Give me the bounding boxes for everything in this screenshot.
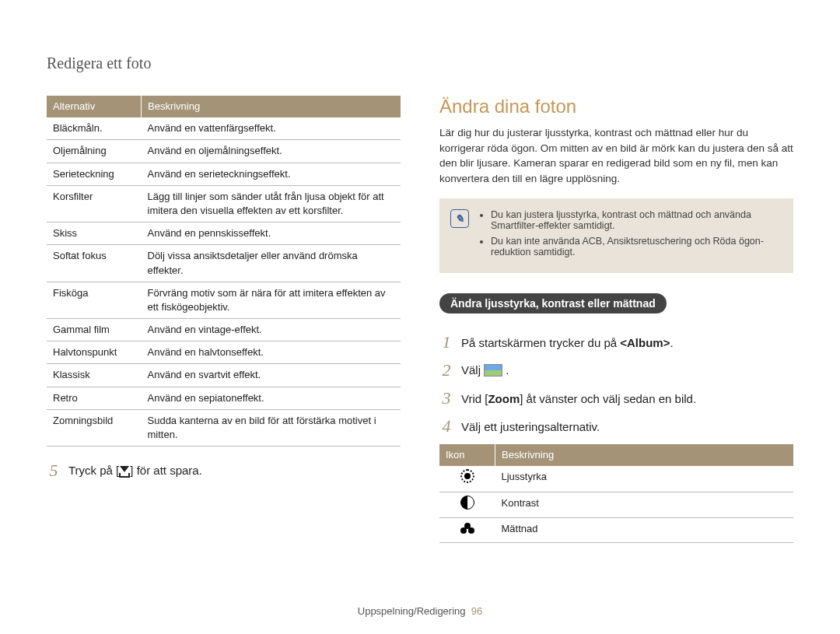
t: Vrid [ (461, 392, 488, 405)
table-row: SerieteckningAnvänd en serieteckningseff… (47, 163, 401, 185)
table-row: Gammal filmAnvänd en vintage-effekt. (47, 319, 401, 342)
step-text: Välj . (461, 363, 509, 377)
desc-cell: Kontrast (495, 492, 794, 517)
step-number: 2 (439, 360, 453, 380)
table-row: RetroAnvänd en sepiatoneffekt. (47, 387, 401, 409)
cell-beskrivning: Lägg till linjer som sänder utåt från lj… (142, 185, 401, 222)
cell-alternativ: Fisköga (47, 282, 142, 318)
cell-alternativ: Gammal film (47, 319, 142, 342)
step-number: 5 (47, 461, 61, 481)
cell-beskrivning: Använd en vattenfärgseffekt. (142, 117, 401, 140)
note-icon: ✎ (450, 209, 469, 228)
table-row: Ljusstyrka (439, 466, 793, 492)
note-item: Du kan justera ljusstyrka, kontrast och … (491, 209, 782, 231)
step-number: 3 (439, 388, 453, 408)
th-ikon: Ikon (439, 444, 495, 466)
table-row: SkissAnvänd en pennskisseffekt. (47, 222, 401, 245)
step-number: 1 (439, 332, 453, 352)
cell-beskrivning: Använd en pennskisseffekt. (142, 222, 401, 245)
cell-beskrivning: Sudda kanterna av en bild för att förstä… (142, 409, 401, 446)
desc-cell: Mättnad (495, 518, 794, 542)
left-column: Alternativ Beskrivning Bläckmåln.Använd … (47, 96, 401, 543)
cell-beskrivning: Använd en svartvit effekt. (142, 364, 401, 387)
t: . (502, 363, 509, 377)
t: . (670, 336, 673, 349)
cell-beskrivning: Använd en oljemålningseffekt. (142, 140, 401, 163)
contrast-icon (460, 496, 474, 510)
cell-alternativ: Softat fokus (47, 245, 142, 282)
t: På startskärmen trycker du på (461, 336, 620, 349)
table-row: OljemålningAnvänd en oljemålningseffekt. (47, 140, 401, 163)
footer-text: Uppspelning/Redigering (358, 605, 466, 617)
t: ] åt vänster och välj sedan en bild. (520, 392, 696, 405)
text-pre: Tryck på [ (68, 464, 119, 477)
cell-alternativ: Skiss (47, 222, 142, 245)
icon-cell (439, 466, 495, 492)
cell-alternativ: Zomningsbild (47, 409, 142, 446)
step-3: 3 Vrid [Zoom] åt vänster och välj sedan … (439, 388, 793, 408)
save-down-icon (119, 466, 130, 478)
step-2: 2 Välj . (439, 360, 793, 380)
cell-alternativ: Oljemålning (47, 140, 142, 163)
table-row: KlassiskAnvänd en svartvit effekt. (47, 364, 401, 387)
step-text: Vrid [Zoom] åt vänster och välj sedan en… (461, 392, 696, 405)
table-row: KorsfilterLägg till linjer som sänder ut… (47, 185, 401, 222)
cell-alternativ: Bläckmåln. (47, 117, 142, 140)
zoom-label: Zoom (488, 392, 520, 405)
icon-table: Ikon Beskrivning Ljusstyrka Kontrast Mät… (439, 444, 793, 542)
table-row: Bläckmåln.Använd en vattenfärgseffekt. (47, 117, 401, 140)
step-text: På startskärmen trycker du på <Album>. (461, 336, 674, 349)
th-alternativ: Alternativ (47, 96, 142, 117)
table-row: Softat fokusDölj vissa ansiktsdetaljer e… (47, 245, 401, 282)
step-text: Välj ett justeringsalternativ. (461, 420, 600, 433)
cell-beskrivning: Dölj vissa ansiktsdetaljer eller använd … (142, 245, 401, 282)
note-list: Du kan justera ljusstyrka, kontrast och … (478, 209, 782, 262)
cell-alternativ: Serieteckning (47, 163, 142, 185)
step-1: 1 På startskärmen trycker du på <Album>. (439, 332, 793, 352)
table-row: Mättnad (439, 518, 793, 542)
cell-beskrivning: Förvräng motiv som är nära för att imite… (142, 282, 401, 318)
th-beskrivning: Beskrivning (495, 444, 794, 466)
table-header-row: Ikon Beskrivning (439, 444, 793, 466)
intro-paragraph: Lär dig hur du justerar ljusstyrka, kont… (439, 125, 793, 186)
cell-alternativ: Klassisk (47, 364, 142, 387)
section-heading: Ändra dina foton (439, 96, 793, 117)
page-footer: Uppspelning/Redigering 96 (0, 605, 840, 617)
cell-beskrivning: Använd en vintage-effekt. (142, 319, 401, 342)
table-row: ZomningsbildSudda kanterna av en bild fö… (47, 409, 401, 446)
cell-alternativ: Korsfilter (47, 185, 142, 222)
note-item: Du kan inte använda ACB, Ansiktsretusche… (491, 236, 782, 257)
brightness-icon (460, 469, 474, 483)
subsection-pill: Ändra ljusstyrka, kontrast eller mättnad (439, 293, 667, 313)
step-5: 5 Tryck på [] för att spara. (47, 461, 401, 481)
effects-table: Alternativ Beskrivning Bläckmåln.Använd … (47, 96, 401, 447)
two-column-layout: Alternativ Beskrivning Bläckmåln.Använd … (47, 96, 793, 543)
saturation-icon (460, 523, 474, 534)
icon-cell (439, 492, 495, 517)
cell-beskrivning: Använd en sepiatoneffekt. (142, 387, 401, 409)
step-number: 4 (439, 416, 453, 436)
icon-cell (439, 518, 495, 542)
text-post: ] för att spara. (130, 464, 202, 477)
page-number: 96 (471, 605, 482, 617)
table-row: HalvtonspunktAnvänd en halvtonseffekt. (47, 342, 401, 364)
table-row: FiskögaFörvräng motiv som är nära för at… (47, 282, 401, 318)
right-column: Ändra dina foton Lär dig hur du justerar… (439, 96, 793, 543)
album-label: <Album> (620, 336, 670, 349)
step-4: 4 Välj ett justeringsalternativ. (439, 416, 793, 436)
cell-alternativ: Retro (47, 387, 142, 409)
table-row: Kontrast (439, 492, 793, 517)
table-header-row: Alternativ Beskrivning (47, 96, 401, 117)
step-text: Tryck på [] för att spara. (68, 464, 202, 478)
cell-beskrivning: Använd en halvtonseffekt. (142, 342, 401, 364)
desc-cell: Ljusstyrka (495, 466, 794, 492)
t: Välj (461, 363, 484, 377)
cell-alternativ: Halvtonspunkt (47, 342, 142, 364)
page-title: Redigera ett foto (47, 54, 793, 72)
th-beskrivning: Beskrivning (142, 96, 401, 117)
image-thumbnail-icon (484, 364, 502, 377)
note-box: ✎ Du kan justera ljusstyrka, kontrast oc… (439, 198, 793, 273)
cell-beskrivning: Använd en serieteckningseffekt. (142, 163, 401, 185)
